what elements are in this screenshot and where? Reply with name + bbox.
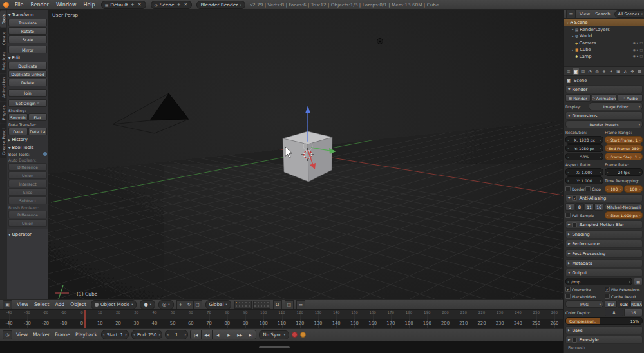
opengl-render-icon[interactable]: ◫ (285, 300, 294, 309)
aa-samples-11-button[interactable]: 11 (585, 203, 594, 211)
checkbox-icon[interactable] (565, 213, 571, 218)
rotate-button[interactable]: Rotate (8, 27, 47, 35)
viewport-menu-object[interactable]: Object (69, 301, 88, 307)
timeline-ruler[interactable]: -40-40-30-30-20-20-10-100010102020303040… (0, 309, 564, 328)
difference-button[interactable]: Difference (8, 211, 47, 218)
start-frame-1-field[interactable]: Start Frame: 1 (605, 136, 643, 144)
section-anti-aliasing[interactable]: ▼✓Anti-Aliasing (565, 194, 643, 202)
section-dimensions[interactable]: ▼Dimensions (565, 111, 643, 120)
outliner-filter-dropdown[interactable]: All Scenes▾ (614, 10, 644, 18)
render-engine-dropdown[interactable]: Blender Render ▾ (196, 1, 245, 9)
union-button[interactable]: Union (8, 219, 47, 227)
menu-window[interactable]: Window (55, 2, 78, 8)
restrict-select-icon[interactable]: ▸ (637, 41, 638, 44)
end-frame-field[interactable]: End:250 (131, 330, 162, 339)
z-axis-arrow-icon[interactable] (305, 106, 310, 113)
object-mode-dropdown[interactable]: Object Mode▾ (91, 300, 137, 309)
scrollbar-handle[interactable] (259, 346, 290, 348)
layer-group[interactable] (253, 301, 270, 309)
object-tab-icon[interactable]: ◈ (601, 68, 607, 75)
current-frame-cursor[interactable] (84, 310, 86, 328)
color-depth-16-button[interactable]: 16 (624, 309, 643, 316)
slice-button[interactable]: Slice (8, 188, 47, 196)
layer-dot[interactable] (242, 302, 243, 303)
color-mode-rgba-button[interactable]: RGBA (630, 300, 643, 308)
y-axis-arrow-icon[interactable] (329, 148, 336, 154)
transform-orientation-dropdown[interactable]: Global▾ (205, 300, 231, 309)
mirror-button[interactable]: Mirror (8, 46, 47, 53)
outliner-row-lamp[interactable]: ✱Lamp◉▸□ (564, 53, 644, 61)
sync-mode-dropdown[interactable]: No Sync▾ (259, 330, 289, 339)
section-post-processing[interactable]: ▶Post Processing (565, 249, 643, 258)
mitchell-netravali-dropdown[interactable]: Mitchell-Netravali (605, 203, 643, 211)
tool-tab-grease-pencil[interactable]: Grease Pencil (0, 124, 6, 158)
section-performance[interactable]: ▶Performance (565, 240, 643, 248)
pivot-center-dropdown[interactable]: ◎▾ (158, 300, 174, 309)
outliner-row-renderlayers[interactable]: ▸▤RenderLayers (564, 26, 644, 33)
layer-dot[interactable] (267, 305, 269, 307)
restrict-view-icon[interactable]: ◉ (633, 41, 636, 44)
editor-type-properties-icon[interactable]: ≡ (565, 68, 572, 75)
layer-dot[interactable] (258, 302, 259, 303)
restrict-select-icon[interactable]: ▸ (637, 55, 638, 58)
jump-next-keyframe-button[interactable]: ▶▶ (234, 330, 245, 339)
lamp-object[interactable] (377, 39, 383, 44)
section-sampled-motion-blur[interactable]: ▶Sampled Motion Blur (565, 220, 643, 229)
record-button[interactable] (292, 332, 298, 338)
open-filebrowser-button[interactable]: ▤ (634, 278, 643, 285)
layer-dot[interactable] (249, 302, 250, 303)
section-checkbox[interactable] (572, 338, 577, 343)
expand-toggle-icon[interactable]: ▸ (571, 28, 575, 31)
section-output[interactable]: ▼Output (565, 269, 643, 277)
scene-selector[interactable]: ◔ Scene + ✕ (151, 1, 193, 9)
restrict-render-icon[interactable]: □ (639, 48, 643, 52)
layer-dot[interactable] (239, 302, 240, 303)
color-depth-8-button[interactable]: 8 (605, 309, 623, 316)
layer-dot[interactable] (261, 302, 262, 303)
restrict-view-icon[interactable]: ◉ (633, 48, 636, 52)
checkbox-icon[interactable] (605, 294, 610, 299)
output-path-field[interactable]: /tmp (565, 278, 632, 285)
checkbox-icon[interactable] (585, 186, 591, 191)
50-field[interactable]: 50% (565, 153, 603, 160)
section-render[interactable]: ▼Render (565, 85, 643, 93)
outliner-menu-search[interactable]: Search (594, 12, 611, 17)
layer-dot[interactable] (236, 305, 237, 307)
operator-panel-header[interactable]: ▼ Operator (8, 231, 47, 238)
set-origin-button[interactable]: Set Origin⇵ (8, 99, 47, 107)
section-freestyle[interactable]: ▶Freestyle (565, 336, 643, 344)
screen-layout-selector[interactable]: ▦ Default + ✕ (101, 1, 146, 9)
layer-dot[interactable] (254, 302, 256, 303)
x-1920-px-field[interactable]: X: 1920 px (565, 136, 603, 144)
24-fps-field[interactable]: 24 fps (605, 168, 643, 176)
tool-tab-tools[interactable]: Tools (0, 11, 6, 28)
y-1080-px-field[interactable]: Y: 1080 px (565, 144, 603, 152)
full-sample-checkbox[interactable]: Full Sample (565, 213, 594, 218)
viewport-menu-select[interactable]: Select (33, 301, 50, 307)
difference-button[interactable]: Difference (8, 163, 47, 171)
x-1-000-field[interactable]: X: 1.000 (565, 168, 603, 176)
tool-tab-animation[interactable]: Animation (0, 74, 6, 101)
layers-widget[interactable] (234, 301, 270, 309)
outliner-row-world[interactable]: ▸◍World (564, 33, 644, 40)
render-audio-button[interactable]: ♪Audio (618, 94, 643, 102)
viewport-menu-add[interactable]: Add (53, 301, 66, 307)
outliner-row-cube[interactable]: ▸■Cube◉▸□ (564, 46, 644, 53)
jump-to-end-button[interactable]: ▶| (245, 330, 256, 339)
data-la-button[interactable]: Data La (28, 128, 48, 135)
size-1-000-px-field[interactable]: Size: 1.000 px (605, 211, 643, 219)
section-metadata[interactable]: ▶Metadata (565, 259, 643, 267)
outliner-row-scene[interactable]: ▾◔Scene (564, 19, 644, 26)
current-frame-field[interactable]: 1 (165, 330, 188, 339)
compression-slider[interactable]: Compression:15% (565, 317, 643, 325)
render-animation-button[interactable]: ▷Animation (592, 94, 617, 102)
auto-keyframe-button[interactable] (300, 332, 306, 338)
union-button[interactable]: Union (8, 171, 47, 179)
layer-dot[interactable] (242, 305, 243, 307)
remove-layout-button[interactable]: ✕ (137, 2, 142, 7)
constraints-tab-icon[interactable]: ✦ (608, 68, 614, 75)
section-checkbox[interactable] (572, 222, 577, 227)
add-layout-button[interactable]: + (130, 2, 135, 7)
border-checkbox[interactable]: Border (565, 186, 585, 191)
aa-samples-5-button[interactable]: 5 (565, 203, 574, 211)
